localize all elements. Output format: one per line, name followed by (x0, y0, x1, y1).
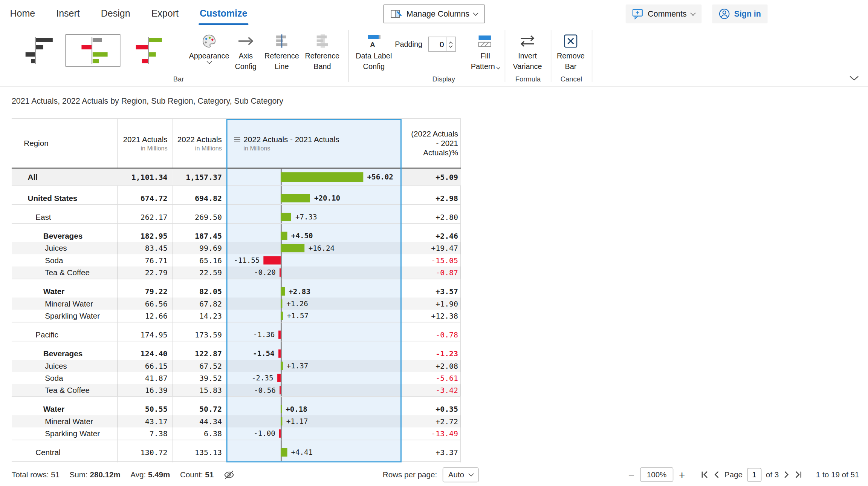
variance-bar-cell[interactable]: +56.02 (226, 169, 402, 186)
header-region[interactable]: Region (12, 119, 117, 168)
table-row[interactable]: Mineral Water 66.56 67.82 +1.26 +1.90 (12, 297, 461, 310)
table-row[interactable]: Mineral Water 43.17 44.34 +1.17 +2.72 (12, 415, 461, 427)
tab-export[interactable]: Export (150, 6, 180, 21)
table-row[interactable]: Soda 41.87 39.52 -2.35 -5.61 (12, 372, 461, 384)
variance-bar-cell[interactable]: -0.20 (226, 267, 402, 279)
padding-spinners[interactable] (446, 37, 454, 51)
variance-bar-cell[interactable]: +1.37 (226, 360, 402, 372)
eye-off-icon[interactable] (224, 470, 235, 479)
tab-design[interactable]: Design (100, 6, 131, 21)
variance-bar-cell[interactable]: +1.17 (226, 415, 402, 427)
tab-customize[interactable]: Customize (199, 6, 248, 21)
variance-percent-cell: -1.23 (402, 348, 461, 360)
variance-bar-cell[interactable]: +7.33 (226, 211, 402, 223)
table-row[interactable]: Sparkling Water 7.38 6.38 -1.00 -13.49 (12, 428, 461, 440)
menu-tabs: Home Insert Design Export Customize (9, 0, 249, 28)
manage-columns-button[interactable]: Manage Columns (383, 5, 485, 23)
table-row[interactable]: Beverages 124.40 122.87 -1.54 -1.23 (12, 348, 461, 360)
first-page-button[interactable] (701, 471, 709, 478)
variance-bar-cell[interactable]: -11.55 (226, 254, 402, 266)
table-row[interactable]: Pacific 174.95 173.59 -1.36 -0.78 (12, 329, 461, 341)
padding-control: Padding (395, 37, 455, 52)
variance-bar-cell[interactable]: -0.56 (226, 384, 402, 396)
variance-bar-cell[interactable]: -1.36 (226, 329, 402, 341)
value-2021-cell: 16.39 (117, 384, 173, 396)
sum-stat: Sum: 280.12m (70, 470, 121, 479)
padding-stepper[interactable] (428, 37, 456, 52)
variance-bar-cell[interactable]: +1.57 (226, 310, 402, 322)
invert-variance-button[interactable]: Invert Variance (507, 32, 548, 71)
tab-home[interactable]: Home (9, 6, 37, 21)
collapse-ribbon-button[interactable] (849, 75, 859, 81)
header-variance-percent[interactable]: (2022 Actuals - 2021 Actuals)% (402, 119, 461, 168)
variance-bar-cell[interactable]: +0.18 (226, 403, 402, 415)
table-row[interactable]: Soda 76.71 65.16 -11.55 -15.05 (12, 254, 461, 266)
variance-value-label: -2.35 (252, 374, 274, 382)
axis-config-button[interactable]: Axis Config (229, 32, 262, 71)
row-label: Soda (45, 374, 63, 383)
variance-bar-cell[interactable]: -1.54 (226, 348, 402, 360)
zoom-out-button[interactable]: − (628, 469, 634, 480)
zoom-in-button[interactable]: + (679, 469, 685, 480)
table-row[interactable]: Central 130.72 135.13 +4.41 +3.37 (12, 446, 461, 458)
variance-percent-cell: -0.87 (402, 267, 461, 279)
table-row[interactable]: East 262.17 269.50 +7.33 +2.80 (12, 211, 461, 223)
variance-bar-cell[interactable]: +20.10 (226, 192, 402, 204)
variance-bar-cell[interactable]: +2.83 (226, 285, 402, 297)
table-row[interactable]: Tea & Coffee 16.39 15.83 -0.56 -3.42 (12, 384, 461, 396)
bar-style-basic[interactable] (9, 34, 64, 66)
variance-percent-cell: +5.09 (402, 169, 461, 186)
previous-page-button[interactable] (713, 471, 720, 478)
header-variance-column[interactable]: 2022 Actuals - 2021 Actuals in Millions (226, 119, 402, 168)
table-row[interactable]: Juices 66.15 67.52 +1.37 +2.08 (12, 360, 461, 372)
next-page-button[interactable] (783, 471, 790, 478)
fill-pattern-button[interactable]: Fill Pattern (468, 32, 503, 71)
reference-band-label-2: Band (313, 61, 331, 71)
row-label-cell: Soda (12, 372, 117, 384)
row-group-gap (12, 279, 461, 285)
header-2021-actuals[interactable]: 2021 Actuals in Millions (117, 119, 173, 168)
tab-insert[interactable]: Insert (55, 6, 81, 21)
table-row[interactable]: Juices 83.45 99.69 +16.24 +19.47 (12, 242, 461, 254)
row-group-gap (12, 322, 461, 329)
variance-percent-cell: +2.80 (402, 211, 461, 223)
summary-stats: Total rows: 51 Sum: 280.12m Avg: 5.49m C… (12, 470, 235, 479)
table-row[interactable]: Beverages 182.95 187.45 +4.50 +2.46 (12, 230, 461, 242)
value-2021-cell: 262.17 (117, 211, 173, 223)
appearance-button[interactable]: Appearance (187, 32, 231, 63)
table-row[interactable]: Sparkling Water 12.66 14.23 +1.57 +12.38 (12, 310, 461, 322)
table-row[interactable]: Water 79.22 82.05 +2.83 +3.57 (12, 285, 461, 297)
bar-style-variance-alt[interactable] (122, 34, 177, 66)
sign-in-button[interactable]: Sign in (712, 5, 768, 23)
reference-band-button[interactable]: Reference Band (303, 32, 342, 71)
bar-style-presets (9, 34, 177, 66)
reference-line-button[interactable]: Reference Line (264, 32, 300, 71)
variance-bar (281, 362, 283, 370)
remove-bar-button[interactable]: Remove Bar (553, 32, 588, 71)
last-page-button[interactable] (794, 471, 802, 478)
page-of-label: of 3 (766, 470, 779, 479)
page-input[interactable] (747, 468, 761, 481)
data-label-label-1: Data Label (356, 51, 392, 60)
bar-style-variance-selected[interactable] (66, 34, 121, 66)
table-row[interactable]: All 1,101.34 1,157.37 +56.02 +5.09 (12, 169, 461, 186)
arrow-right-icon (237, 32, 254, 50)
variance-bar-cell[interactable]: +16.24 (226, 242, 402, 254)
drag-handle-icon[interactable] (234, 137, 240, 142)
table-row[interactable]: United States 674.72 694.82 +20.10 +2.98 (12, 192, 461, 204)
variance-bar-cell[interactable]: +4.50 (226, 230, 402, 242)
variance-bar-cell[interactable]: +4.41 (226, 446, 402, 458)
rows-per-page-select[interactable]: Auto (443, 467, 478, 482)
variance-bar-cell[interactable]: -1.00 (226, 428, 402, 440)
variance-bar-cell[interactable]: -2.35 (226, 372, 402, 384)
table-row[interactable]: Water 50.55 50.72 +0.18 +0.35 (12, 403, 461, 415)
value-2021-cell: 66.15 (117, 360, 173, 372)
comments-button[interactable]: Comments (625, 5, 701, 23)
table-row[interactable]: Tea & Coffee 22.79 22.59 -0.20 -0.87 (12, 267, 461, 279)
value-2022-cell: 187.45 (173, 230, 226, 242)
variance-bar (281, 244, 305, 252)
data-label-config-button[interactable]: A Data Label Config (351, 32, 396, 71)
variance-bar-cell[interactable]: +1.26 (226, 297, 402, 310)
header-2022-actuals[interactable]: 2022 Actuals in Millions (173, 119, 226, 168)
padding-input[interactable] (428, 37, 446, 51)
